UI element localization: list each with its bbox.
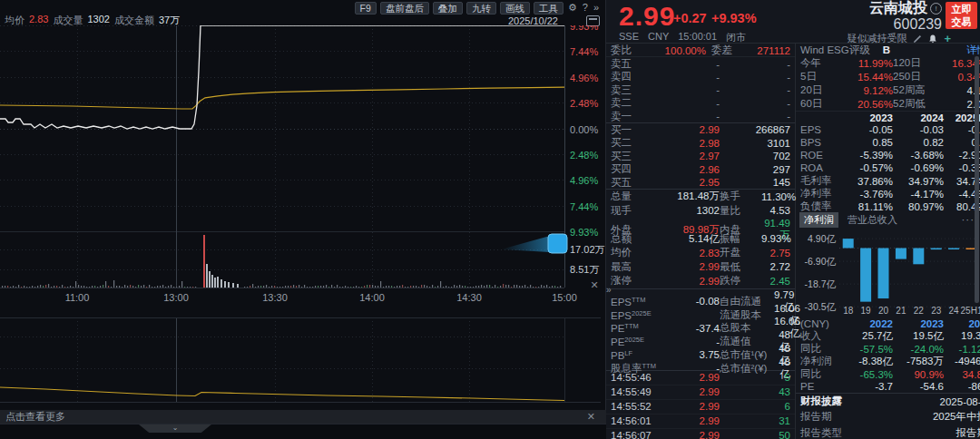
toolbar-button-1[interactable]: 盘前盘后 xyxy=(380,2,429,15)
tick-time: 14:55:52 xyxy=(611,401,667,412)
footer-row: 报告期2025年中报 xyxy=(796,409,980,424)
ask-row[interactable]: 卖五-- xyxy=(606,57,795,70)
time-axis-label: 14:30 xyxy=(456,292,482,303)
return-label: 20日 xyxy=(800,83,833,97)
footer-row: 报告类型报告期 xyxy=(796,425,980,439)
volume-bar xyxy=(206,264,208,288)
tick-volume: 6 xyxy=(720,401,790,412)
bar-x-label: 24 xyxy=(949,306,960,316)
scrollbar-thumb[interactable] xyxy=(975,56,979,303)
ask-volume: - xyxy=(720,111,790,122)
bid-price: 2.98 xyxy=(647,138,720,149)
net-profit-bar xyxy=(860,249,871,302)
tick-volume: 5 xyxy=(720,372,790,383)
pct-axis-label: 7.44% xyxy=(570,46,598,57)
time-sales-list: 14:55:462.99514:55:492.994314:55:522.996… xyxy=(606,371,795,439)
close-subchart-icon[interactable]: ✕ xyxy=(589,279,600,290)
chart-toolbar: F9盘前盘后叠加九转画线工具⚙?» xyxy=(355,1,600,15)
quote-board-icon[interactable] xyxy=(586,15,600,26)
cny-year: 2022 xyxy=(837,318,893,329)
ask-row[interactable]: 卖二-- xyxy=(606,96,795,109)
tab-net-profit[interactable]: 净利润 xyxy=(799,212,838,228)
tick-time: 14:55:46 xyxy=(611,372,667,383)
add-watch-icon[interactable]: + xyxy=(944,34,951,44)
ask-row[interactable]: 卖四-- xyxy=(606,70,795,83)
bid-row[interactable]: 买五2.95145 xyxy=(606,176,795,189)
return-row: 今年11.99%120日16.34% xyxy=(796,56,980,70)
fin-value: 0.82 xyxy=(893,137,944,148)
tick-time: 14:56:07 xyxy=(611,430,667,439)
weibi-label: 委比 xyxy=(611,44,638,57)
help-icon[interactable]: ? xyxy=(582,2,589,14)
intraday-chart-area[interactable]: 9.93%7.44%4.96%2.48%0.00%2.48%4.96%7.44%… xyxy=(0,25,606,410)
tabs-more-icon[interactable]: ··· xyxy=(962,214,975,225)
details-link[interactable]: 详情 xyxy=(966,44,980,57)
bid-row[interactable]: 买二2.983101 xyxy=(606,136,795,149)
drawer-collapse-tab[interactable]: ⌄ xyxy=(139,424,211,433)
tick-price: 2.99 xyxy=(667,386,720,397)
net-profit-bar xyxy=(913,249,924,265)
toolbar-button-5[interactable]: 工具 xyxy=(534,2,564,15)
stat-label: 均价 xyxy=(611,246,656,259)
currency-label: CNY xyxy=(648,31,669,44)
stat-value: 2.72 xyxy=(761,261,790,272)
bid-levels: 买一2.99266867买二2.983101买三2.97702买四2.96297… xyxy=(606,123,795,190)
stat-row: 最高2.99最低2.72 xyxy=(606,260,795,275)
time-axis-label: 15:00 xyxy=(552,292,577,303)
panel-collapse-icon[interactable]: » xyxy=(606,285,612,295)
fin-year: 2023 xyxy=(837,112,893,123)
bid-row[interactable]: 买三2.97702 xyxy=(606,150,795,162)
fin-row: ROE-5.39%-3.68%-2.90% xyxy=(796,149,980,161)
cny-value: 90.9% xyxy=(893,369,944,380)
toolbar-button-4[interactable]: 画线 xyxy=(500,2,530,15)
fin-row: EPS-0.05-0.03-0.02 xyxy=(796,123,980,136)
stat-label: 振幅 xyxy=(720,232,761,246)
return-value: 9.12% xyxy=(833,85,893,96)
ask-row[interactable]: 卖三-- xyxy=(606,83,795,96)
return-label: 今年 xyxy=(800,56,833,70)
toolbar-more-icon[interactable]: » xyxy=(593,2,600,14)
stat-value: 2.99 xyxy=(656,261,720,272)
bar-x-label: 22 xyxy=(914,306,925,316)
stat-row: 外盘89.98万内盘91.49万 xyxy=(606,218,795,232)
info-circle-icon[interactable]: ! xyxy=(930,3,942,15)
toolbar-button-2[interactable]: 叠加 xyxy=(433,2,463,15)
fin-value: -0.57% xyxy=(837,162,893,173)
ask-price: - xyxy=(647,84,720,95)
fin-row: 负债率81.11%80.97%80.42% xyxy=(796,200,980,212)
cny-unit-label: (CNY) xyxy=(800,318,837,329)
trade-now-button[interactable]: 立即交易 xyxy=(946,2,977,29)
tab-revenue[interactable]: 营业总收入 xyxy=(848,213,897,227)
bid-price: 2.96 xyxy=(647,164,720,175)
bid-row[interactable]: 买一2.99266867 xyxy=(606,123,795,136)
range-drag-handle[interactable] xyxy=(548,234,567,253)
return-label: 60日 xyxy=(800,97,833,111)
ask-row[interactable]: 卖一-- xyxy=(606,110,795,122)
return-label: 120日 xyxy=(893,56,940,70)
pct-axis-label: 4.96% xyxy=(570,73,598,83)
bid-label: 买二 xyxy=(611,136,647,150)
view-more-link[interactable]: 点击查看更多 xyxy=(5,410,65,424)
weicha-label: 委差 xyxy=(706,44,735,57)
net-profit-bar xyxy=(896,249,906,259)
bid-row[interactable]: 买四2.96297 xyxy=(606,162,795,175)
toolbar-button-3[interactable]: 九转 xyxy=(466,2,496,15)
stat-value: 2.99 xyxy=(656,276,720,287)
stat-value: 9.93% xyxy=(761,233,791,244)
pencil-icon[interactable] xyxy=(913,34,922,44)
bid-price: 2.97 xyxy=(647,151,720,161)
toolbar-button-0[interactable]: F9 xyxy=(355,2,377,15)
net-profit-chart[interactable]: 4.90亿-6.90亿-18.7亿-30.5亿1819202122232425H… xyxy=(796,227,980,317)
fin-row: BPS0.850.820.80 xyxy=(796,136,980,149)
bar-x-label: 20 xyxy=(878,306,889,316)
returns-grid: 今年11.99%120日16.34%5日15.44%250日0.34%20日9.… xyxy=(796,56,980,111)
gear-icon[interactable]: ⚙ xyxy=(567,2,578,14)
close-more-icon[interactable]: ✕ xyxy=(587,411,595,423)
tick-price: 2.99 xyxy=(667,415,720,426)
cny-row: 净利润-8.38亿-7583万-4946万 xyxy=(796,355,980,367)
ask-volume: - xyxy=(720,84,790,95)
bid-label: 买三 xyxy=(611,150,647,163)
net-profit-bar xyxy=(843,239,854,248)
bell-icon[interactable] xyxy=(928,34,937,44)
volume-bar xyxy=(237,284,239,288)
